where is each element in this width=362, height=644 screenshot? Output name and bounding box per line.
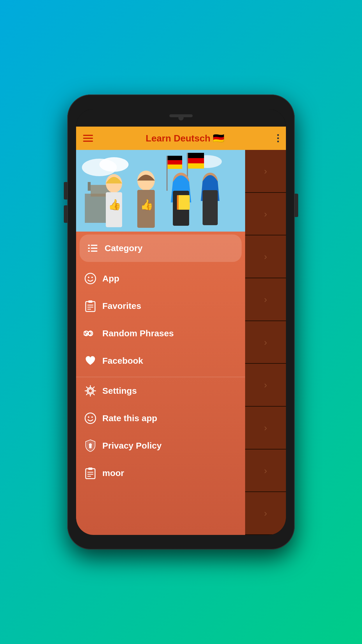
gear-icon <box>83 384 98 398</box>
clipboard2-icon <box>83 466 98 480</box>
svg-text:👍: 👍 <box>140 198 153 211</box>
smiley-icon <box>83 271 98 286</box>
right-item-4[interactable]: › <box>245 321 286 364</box>
right-item-6[interactable]: › <box>245 407 286 449</box>
svg-rect-13 <box>188 153 204 158</box>
arrow-icon-2: › <box>264 251 267 262</box>
menu-item-category[interactable]: Category <box>80 235 242 262</box>
svg-point-2 <box>99 157 129 172</box>
menu-item-app[interactable]: App <box>76 265 245 292</box>
arrow-icon-0: › <box>264 166 267 176</box>
clipboard-icon <box>83 299 98 313</box>
arrow-icon-3: › <box>264 294 267 305</box>
svg-rect-27 <box>177 195 179 210</box>
volume-up-button[interactable] <box>64 182 67 200</box>
menu-item-facebook[interactable]: Facebook <box>76 347 245 374</box>
menu-item-favorites[interactable]: Favorites <box>76 292 245 320</box>
infinity-icon <box>83 326 98 341</box>
volume-down-button[interactable] <box>64 205 67 223</box>
flag-emoji: 🇩🇪 <box>213 133 224 144</box>
random-phrases-label: Random Phrases <box>102 328 174 338</box>
speaker-grille <box>169 114 193 117</box>
more-options-button[interactable] <box>277 134 279 142</box>
rate-app-label: Rate this app <box>102 413 157 423</box>
power-button[interactable] <box>295 194 298 217</box>
svg-rect-37 <box>86 302 95 312</box>
svg-point-46 <box>92 416 93 418</box>
arrow-icon-7: › <box>264 465 267 476</box>
arrow-icon-8: › <box>264 508 267 519</box>
smiley2-icon <box>83 411 98 426</box>
arrow-icon-6: › <box>264 422 267 433</box>
right-item-1[interactable]: › <box>245 193 286 236</box>
arrow-icon-5: › <box>264 379 267 390</box>
svg-rect-28 <box>88 245 90 246</box>
menu-item-moor[interactable]: moor <box>76 459 245 487</box>
settings-label: Settings <box>102 386 137 396</box>
menu-item-random-phrases[interactable]: Random Phrases <box>76 320 245 347</box>
menu-list: Category <box>76 232 245 535</box>
svg-rect-6 <box>88 182 91 191</box>
svg-rect-31 <box>91 248 97 249</box>
phone-frame: Learn Deutsch 🇩🇪 <box>67 94 295 550</box>
svg-rect-23 <box>203 190 218 225</box>
svg-point-36 <box>92 277 93 278</box>
svg-rect-10 <box>168 160 182 164</box>
right-panel: › › › › › › <box>245 150 286 535</box>
app-label: App <box>102 274 119 284</box>
screen: Learn Deutsch 🇩🇪 <box>76 127 286 535</box>
right-item-2[interactable]: › <box>245 235 286 278</box>
right-item-8[interactable]: › <box>245 492 286 535</box>
svg-rect-14 <box>188 158 204 163</box>
svg-point-35 <box>88 277 89 278</box>
svg-rect-32 <box>88 251 90 252</box>
svg-rect-48 <box>89 446 92 448</box>
list-icon <box>85 241 100 256</box>
svg-rect-26 <box>178 195 190 210</box>
menu-item-privacy-policy[interactable]: Privacy Policy <box>76 432 245 459</box>
svg-rect-15 <box>188 163 204 169</box>
left-drawer: 👍 👍 <box>76 150 245 535</box>
favorites-label: Favorites <box>102 301 141 311</box>
svg-rect-29 <box>91 245 97 246</box>
category-label: Category <box>105 243 143 253</box>
menu-item-rate-app[interactable]: Rate this app <box>76 405 245 432</box>
svg-rect-49 <box>86 469 95 479</box>
right-item-0[interactable]: › <box>245 150 286 193</box>
svg-rect-8 <box>166 156 168 191</box>
menu-item-settings[interactable]: Settings <box>76 377 245 405</box>
svg-rect-30 <box>88 248 90 249</box>
top-bar: Learn Deutsch 🇩🇪 <box>76 127 286 150</box>
svg-rect-9 <box>168 156 182 160</box>
moor-label: moor <box>102 468 124 478</box>
svg-point-42 <box>88 389 92 393</box>
heart-icon <box>83 354 98 368</box>
svg-point-45 <box>88 416 89 418</box>
status-bar <box>76 109 286 127</box>
svg-rect-50 <box>88 468 92 470</box>
app-title: Learn Deutsch 🇩🇪 <box>146 133 224 144</box>
right-item-5[interactable]: › <box>245 364 286 407</box>
arrow-icon-4: › <box>264 337 267 348</box>
facebook-label: Facebook <box>102 356 143 366</box>
arrow-icon-1: › <box>264 209 267 219</box>
svg-text:👍: 👍 <box>108 198 121 211</box>
svg-rect-33 <box>91 251 97 252</box>
hero-banner: 👍 👍 <box>76 150 245 232</box>
svg-rect-38 <box>88 300 92 303</box>
main-content: 👍 👍 <box>76 150 286 535</box>
svg-rect-11 <box>168 164 182 169</box>
hamburger-menu-button[interactable] <box>83 135 93 142</box>
phone-screen: Learn Deutsch 🇩🇪 <box>76 109 286 535</box>
svg-point-34 <box>85 273 96 284</box>
right-item-7[interactable]: › <box>245 449 286 492</box>
shield-icon <box>83 438 98 453</box>
svg-point-44 <box>85 413 96 424</box>
right-item-3[interactable]: › <box>245 278 286 321</box>
privacy-policy-label: Privacy Policy <box>102 441 161 451</box>
app-title-text: Learn Deutsch <box>146 133 210 144</box>
